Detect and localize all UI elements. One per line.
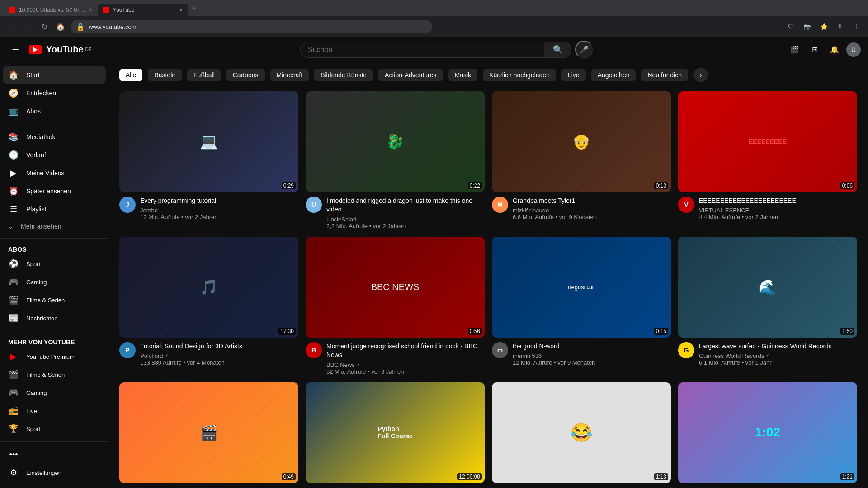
- sidebar-item-more-btn[interactable]: •••: [3, 446, 106, 464]
- sidebar-item-sport[interactable]: ⚽ Sport: [3, 255, 106, 273]
- chip-bildende[interactable]: Bildende Künste: [314, 69, 373, 81]
- video-channel-v5: Polyfjord✓: [140, 352, 298, 359]
- video-card-v8[interactable]: 🌊 1:50 G Largest wave surfed - Guinness …: [678, 237, 857, 375]
- video-card-v6[interactable]: BBC NEWS 0:56 B Moment judge recognised …: [306, 237, 485, 375]
- sidebar-item-discover[interactable]: 🧭 Entdecken: [3, 84, 106, 102]
- logo-area: ☰ YouTube DE: [7, 42, 107, 58]
- yt-logo[interactable]: YouTube DE: [29, 44, 91, 55]
- sidebar-item-playlist[interactable]: ☰ Playlist: [3, 200, 106, 218]
- chip-cartoons[interactable]: Cartoons: [226, 69, 265, 81]
- chip-action[interactable]: Action-Adventures: [378, 69, 443, 81]
- chip-basteln[interactable]: Basteln: [148, 69, 182, 81]
- video-channel-v1: Jombo: [140, 207, 298, 214]
- thumb-content-v5: 🎵: [119, 237, 298, 338]
- sidebar-item-settings[interactable]: ⚙ Einstellungen: [3, 464, 106, 482]
- video-card-v1[interactable]: 💻 0:29 J Every programming tutorial Jomb…: [119, 91, 298, 230]
- sidebar-label-my-videos: Meine Videos: [26, 169, 65, 177]
- sidebar-item-filme[interactable]: 🎬 Filme & Serien: [3, 291, 106, 309]
- forward-button[interactable]: →: [22, 20, 34, 33]
- sidebar-item-abos[interactable]: 📺 Abos: [3, 102, 106, 120]
- video-duration-v2: 0:22: [468, 182, 482, 189]
- yt-main: 🏠 Start 🧭 Entdecken 📺 Abos 📚 Mediathek: [0, 62, 868, 488]
- tab-1-favicon: [9, 7, 15, 13]
- sidebar-item-mediathek[interactable]: 📚 Mediathek: [3, 128, 106, 146]
- thumb-content-v6: BBC NEWS: [306, 237, 485, 338]
- upload-button[interactable]: 🎬: [787, 42, 803, 58]
- video-title-v2: I modeled and rigged a dragon just to ma…: [326, 197, 485, 214]
- expand-more-row[interactable]: ⌄ Mehr ansehen: [0, 218, 108, 235]
- video-channel-v8: Guinness World Records✓: [699, 352, 857, 359]
- chip-live[interactable]: Live: [561, 69, 586, 81]
- video-duration-v11: 1:13: [654, 473, 668, 480]
- sidebar-item-nachrichten[interactable]: 📰 Nachrichten: [3, 309, 106, 327]
- sidebar-item-start[interactable]: 🏠 Start: [3, 66, 106, 84]
- chevron-down-icon: ⌄: [8, 223, 14, 230]
- video-card-v9[interactable]: 🎬 0:49 4 youtube premiere 4096✓ 2,8 Mio.…: [119, 382, 298, 488]
- playlist-icon: ☰: [8, 204, 19, 215]
- sidebar-item-filme2[interactable]: 🎬 Filme & Serien: [3, 366, 106, 384]
- new-tab-button[interactable]: +: [188, 4, 200, 13]
- hamburger-menu[interactable]: ☰: [7, 42, 24, 58]
- video-card-v4[interactable]: EEEEEEEEE 0:06 V EEEEEEEEEEEEEEEEEEEEEEE…: [678, 91, 857, 230]
- abos-section-header: ABOS: [0, 242, 108, 255]
- sidebar-item-gaming[interactable]: 🎮 Gaming: [3, 273, 106, 291]
- back-button[interactable]: ←: [5, 20, 18, 33]
- channel-avatar-v1: J: [119, 197, 136, 213]
- reload-button[interactable]: ↻: [38, 20, 51, 33]
- video-meta-v6: Moment judge recognised school friend in…: [326, 342, 485, 375]
- sidebar-item-my-videos[interactable]: ▶ Meine Videos: [3, 164, 106, 182]
- home-button[interactable]: 🏠: [54, 20, 67, 33]
- search-button[interactable]: 🔍: [544, 42, 571, 58]
- notifications-button[interactable]: 🔔: [826, 42, 843, 58]
- chip-neu[interactable]: Neu für dich: [641, 69, 688, 81]
- sidebar-item-sport2[interactable]: 🏆 Sport: [3, 420, 106, 438]
- video-stats-v7: 12 Mio. Aufrufe • vor 9 Monaten: [513, 359, 671, 366]
- user-avatar[interactable]: U: [846, 42, 861, 57]
- search-input[interactable]: [300, 42, 544, 58]
- extension-icon-1[interactable]: 🛡: [785, 20, 797, 33]
- sidebar-item-live[interactable]: 📻 Live: [3, 402, 106, 420]
- video-duration-v4: 0:06: [840, 182, 854, 189]
- video-stats-v6: 52 Mio. Aufrufe • vor 6 Jahren: [326, 368, 485, 375]
- filme2-icon: 🎬: [8, 369, 19, 380]
- voice-search-button[interactable]: 🎤: [575, 41, 593, 59]
- filter-scroll-right[interactable]: ›: [693, 68, 708, 82]
- sidebar-item-watch-later[interactable]: ⏰ Später ansehen: [3, 182, 106, 200]
- chip-minecraft[interactable]: Minecraft: [270, 69, 309, 81]
- chip-fussball[interactable]: Fußball: [187, 69, 221, 81]
- sidebar-item-verlauf[interactable]: 🕐 Verlauf: [3, 146, 106, 164]
- video-card-v7[interactable]: negusnoun 0:15 m the good N-word mervin …: [492, 237, 671, 375]
- tab-2[interactable]: YouTube ×: [98, 4, 188, 16]
- tab-1-close[interactable]: ×: [89, 6, 92, 14]
- video-card-v11[interactable]: 😂 1:13 A hmmm today I'm 16 and I wanna b…: [492, 382, 671, 488]
- settings-icon[interactable]: ⋮: [850, 20, 863, 33]
- address-bar[interactable]: 🔒 www.youtube.com: [71, 20, 432, 33]
- sidebar-item-gaming2[interactable]: 🎮 Gaming: [3, 384, 106, 402]
- chip-musik[interactable]: Musik: [448, 69, 478, 81]
- video-card-v3[interactable]: 👴 0:13 M Grandpa meets Tyler1 mizkif rin…: [492, 91, 671, 230]
- video-duration-v8: 1:50: [840, 328, 854, 335]
- chip-alle[interactable]: Alle: [119, 69, 142, 81]
- sidebar-label-yt-premium: YouTube Premium: [26, 353, 75, 360]
- tab-2-close[interactable]: ×: [179, 6, 183, 14]
- video-title-v8: Largest wave surfed - Guinness World Rec…: [699, 342, 857, 351]
- sidebar-item-yt-premium[interactable]: ▶ YouTube Premium: [3, 347, 106, 366]
- mediathek-icon: 📚: [8, 131, 19, 142]
- video-stats-v2: 2,2 Mio. Aufrufe • vor 2 Jahren: [326, 223, 485, 230]
- video-duration-v1: 0:29: [282, 182, 296, 189]
- video-card-v2[interactable]: 🐉 0:22 U I modeled and rigged a dragon j…: [306, 91, 485, 230]
- download-icon[interactable]: ⬇: [834, 20, 846, 33]
- chip-kurzlich[interactable]: Kürzlich hochgeladen: [483, 69, 556, 81]
- video-card-v12[interactable]: 1:02 1:21 B Getting Over It Speedrun Wor…: [678, 382, 857, 488]
- apps-button[interactable]: ⊞: [807, 42, 823, 58]
- sidebar-label-sport2: Sport: [26, 426, 40, 432]
- video-card-v5[interactable]: 🎵 17:30 P Tutorial: Sound Design for 3D …: [119, 237, 298, 375]
- extension-icon-3[interactable]: ⭐: [817, 20, 830, 33]
- tab-1[interactable]: 10.000€ Urlaub vs. 5€ Url... ×: [4, 4, 98, 16]
- video-thumb-v2: 🐉 0:22: [306, 91, 485, 192]
- chip-angesehen[interactable]: Angesehen: [591, 69, 636, 81]
- video-card-v10[interactable]: PythonFull Course 12:00:00 B Python Full…: [306, 382, 485, 488]
- video-duration-v7: 0:15: [654, 328, 668, 335]
- yt-logo-country: DE: [85, 47, 92, 52]
- extension-icon-2[interactable]: 📷: [801, 20, 814, 33]
